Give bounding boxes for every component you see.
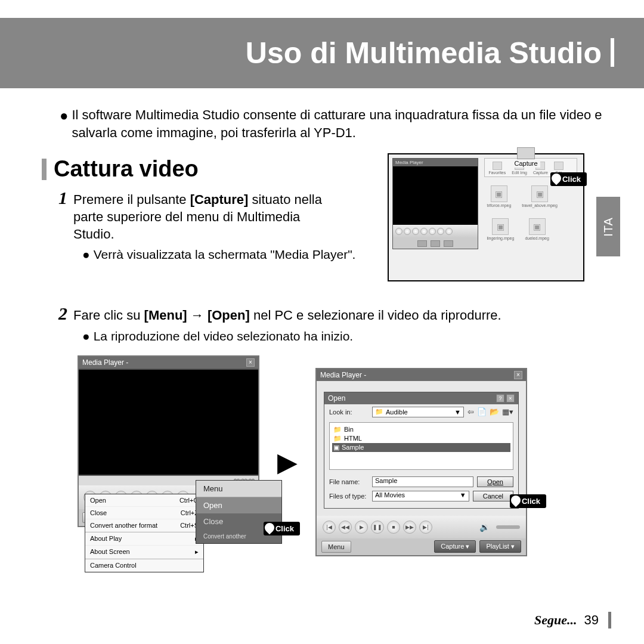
capture-callout: Capture <box>512 147 540 168</box>
ctx-camera[interactable]: Camera Control <box>85 559 203 572</box>
ctx-about-play[interactable]: About Play▸ <box>85 532 203 546</box>
skip-fwd-icon[interactable]: ▶| <box>419 521 432 534</box>
filetype-select[interactable]: All Movies▼ <box>372 491 469 501</box>
filetype-label: Files of type: <box>329 493 369 500</box>
lookin-label: Look in: <box>329 408 369 416</box>
capture-label: Capture <box>512 159 540 168</box>
lookin-select[interactable]: 📁Audible▼ <box>372 407 464 417</box>
close-icon[interactable]: × <box>246 358 255 367</box>
list-item[interactable]: 📁Bin <box>332 425 510 434</box>
media-player-open: Media Player - × Open ?× Look in: 📁Audib… <box>315 368 527 556</box>
click-badge: Click <box>264 522 300 535</box>
folder-icon: 📁 <box>333 435 342 442</box>
up-icon[interactable]: 📄 <box>477 407 487 416</box>
footer-bar-icon <box>608 612 611 628</box>
stop-icon[interactable]: ■ <box>387 521 400 534</box>
file-list[interactable]: 📁Bin 📁HTML ▣Sample <box>329 422 513 470</box>
mp-titlebar: Media Player - × <box>79 357 258 369</box>
step-1-text: Premere il pulsante [Capture] situato ne… <box>73 191 324 243</box>
click-badge: Click <box>550 172 587 186</box>
bullet-dot: ● <box>60 106 69 141</box>
click-badge: Click <box>510 494 546 508</box>
step-1-bullet: ●Verrà visualizzata la schermata "Media … <box>82 247 357 262</box>
media-player-menu: Media Player - × 00:00:00 |◀ ◀◀ ▶ ❚❚ ■ ▶… <box>78 355 259 527</box>
intro-paragraph: ●Il software Multimedia Studio consente … <box>0 88 644 141</box>
figure-capture: Media Player Capture Favorites Edit Img … <box>388 153 584 281</box>
filename-label: File name: <box>329 478 369 485</box>
open-dialog-title: Open ?× <box>324 392 518 404</box>
folder-icon: 📁 <box>375 408 383 416</box>
step-2-number: 2 <box>58 304 67 324</box>
thumbnails: ▣triforce.mpeg ▣travel_above.mpeg ▣linge… <box>484 177 577 249</box>
skip-back-icon[interactable]: |◀ <box>323 521 336 534</box>
bullet-dot: ● <box>82 247 90 262</box>
page-number: 39 <box>584 612 599 628</box>
file-icon: ▣ <box>333 444 339 451</box>
nav-icons: ⇦ 📄 📂 ▦▾ <box>467 407 513 416</box>
bottom-bar: Menu Capture ▾ PlayList ▾ <box>317 538 526 555</box>
ctx-convert[interactable]: Convert another formatCtrl+S <box>85 519 203 532</box>
overlay-menu-label: Menu <box>196 481 281 497</box>
page-header: Uso di Multimedia Studio <box>0 18 644 88</box>
context-menu: OpenCtrl+O CloseCtrl+Z Convert another f… <box>85 494 204 572</box>
mini-media-player: Media Player <box>392 158 478 249</box>
newfolder-icon[interactable]: 📂 <box>490 407 499 416</box>
forward-icon[interactable]: ▶▶ <box>403 521 416 534</box>
ctx-about-screen[interactable]: About Screen▸ <box>85 546 203 559</box>
video-area <box>79 369 258 476</box>
step-2: 2 Fare clic su [Menu] → [Open] nel PC e … <box>0 304 644 343</box>
section-title-text: Cattura video <box>54 156 199 182</box>
ctx-close[interactable]: CloseCtrl+Z <box>85 507 203 519</box>
playlist-button[interactable]: PlayList ▾ <box>479 540 521 553</box>
continues-label: Segue... <box>534 612 577 628</box>
step-2-bullet: ●La riproduzione del video selezionato h… <box>82 329 608 343</box>
filename-input[interactable]: Sample <box>372 476 473 487</box>
view-icon[interactable]: ▦▾ <box>502 407 513 416</box>
arrow-right-icon: ▶ <box>277 447 298 477</box>
ctx-open[interactable]: OpenCtrl+O <box>85 494 203 507</box>
pause-icon[interactable]: ❚❚ <box>371 521 384 534</box>
playback-controls: |◀ ◀◀ ▶ ❚❚ ■ ▶▶ ▶| 🔉 <box>317 516 526 538</box>
section-bar-icon <box>42 159 47 180</box>
mini-mp-bottom <box>393 238 478 249</box>
figures-row: Media Player - × 00:00:00 |◀ ◀◀ ▶ ❚❚ ■ ▶… <box>0 343 644 569</box>
overlay-open[interactable]: Open <box>196 497 281 513</box>
volume-icon[interactable]: 🔉 <box>479 522 490 532</box>
page-title: Uso di Multimedia Studio <box>246 36 614 70</box>
mp-titlebar: Media Player - × <box>317 369 526 381</box>
list-item[interactable]: 📁HTML <box>332 434 510 443</box>
step-2-text: Fare clic su [Menu] → [Open] nel PC e se… <box>73 307 608 324</box>
language-tab: ITA <box>596 197 620 256</box>
list-item-selected[interactable]: ▣Sample <box>332 443 510 452</box>
rewind-icon[interactable]: ◀◀ <box>339 521 352 534</box>
step-1-number: 1 <box>58 188 67 208</box>
mini-mp-controls <box>393 225 478 238</box>
page-footer: Segue... 39 <box>534 612 611 628</box>
mini-mp-title: Media Player <box>393 159 478 166</box>
close-icon[interactable]: × <box>514 371 522 379</box>
play-icon[interactable]: ▶ <box>355 521 368 534</box>
volume-slider[interactable] <box>496 525 520 529</box>
back-icon[interactable]: ⇦ <box>467 407 474 416</box>
folder-icon: 📁 <box>333 426 342 434</box>
intro-text: Il software Multimedia Studio consente d… <box>72 106 603 141</box>
close-icon[interactable]: × <box>506 394 515 402</box>
capture-icon <box>517 147 535 159</box>
open-button[interactable]: Open <box>477 476 513 487</box>
mini-mp-video <box>393 166 478 225</box>
bullet-dot: ● <box>82 329 90 343</box>
menu-button[interactable]: Menu <box>321 541 351 553</box>
cancel-button[interactable]: Cancel <box>473 491 513 501</box>
help-icon[interactable]: ? <box>496 394 504 402</box>
capture-button[interactable]: Capture ▾ <box>434 540 476 553</box>
open-dialog: Open ?× Look in: 📁Audible▼ ⇦ 📄 📂 ▦▾ 📁Bin… <box>324 392 519 509</box>
